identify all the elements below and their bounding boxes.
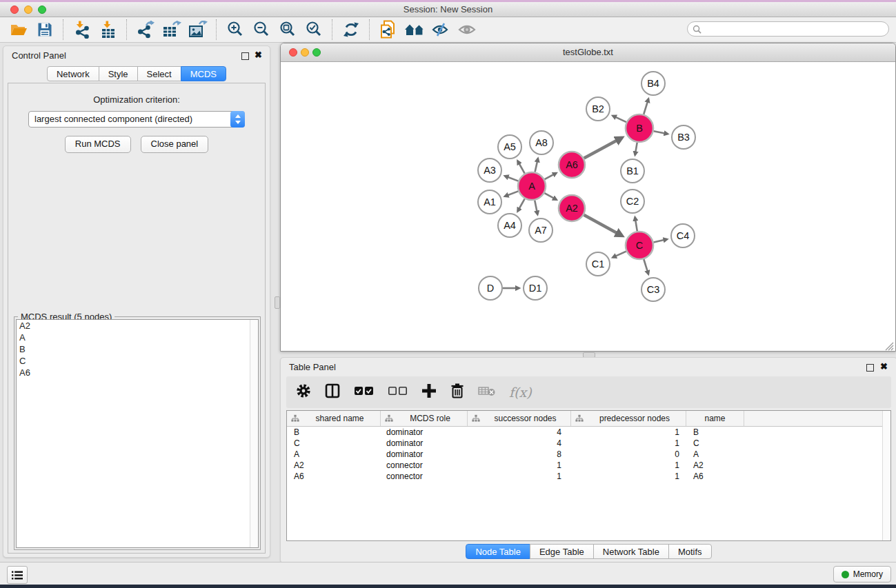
node-table[interactable]: shared nameMCDS rolesuccessor nodesprede… — [286, 410, 891, 541]
graph-edge-A-A1[interactable] — [505, 191, 518, 196]
plus-icon — [421, 383, 437, 398]
export-image-button[interactable] — [185, 19, 211, 41]
mcds-result-list[interactable]: A2ABCA6 — [16, 319, 259, 548]
table-cell: dominator — [381, 438, 468, 449]
deselect-all-rows-button[interactable] — [388, 385, 408, 399]
home-button[interactable] — [401, 19, 428, 41]
column-header-successor-nodes[interactable]: successor nodes — [468, 411, 571, 426]
graph-edge-B-B2[interactable] — [613, 116, 626, 122]
tab-select[interactable]: Select — [137, 66, 181, 81]
graph-edge-B-B3[interactable] — [654, 131, 668, 134]
graph-edge-B-B1[interactable] — [635, 143, 637, 155]
zoom-selected-button[interactable] — [301, 19, 327, 41]
table-row[interactable]: A2connector11A2 — [287, 460, 890, 471]
graph-edge-A-A2[interactable] — [544, 193, 556, 200]
result-item[interactable]: A6 — [17, 367, 258, 378]
close-panel-icon[interactable]: ✖ — [880, 361, 888, 372]
hide-selected-button[interactable] — [428, 19, 454, 41]
export-table-button[interactable] — [159, 19, 185, 41]
tab-mcds[interactable]: MCDS — [181, 66, 226, 81]
result-item[interactable]: B — [17, 343, 258, 355]
graph-edge-A-A8[interactable] — [535, 159, 538, 172]
task-history-button[interactable] — [7, 566, 28, 584]
column-header-predecessor-nodes[interactable]: predecessor nodes — [571, 411, 686, 426]
tab-network[interactable]: Network — [47, 66, 99, 81]
search-input[interactable] — [704, 23, 888, 34]
import-table-icon — [99, 21, 117, 39]
delete-column-button[interactable] — [450, 383, 465, 402]
column-header-name[interactable]: name — [686, 411, 744, 426]
close-panel-button[interactable]: Close panel — [141, 136, 209, 153]
split-columns-icon — [324, 383, 341, 399]
sitemap-icon — [575, 414, 584, 423]
network-window-title: testGlobe.txt — [281, 47, 895, 57]
result-item[interactable]: A — [17, 332, 258, 343]
select-all-rows-button[interactable] — [354, 385, 375, 399]
delete-table-button[interactable] — [478, 385, 496, 400]
panel-divider-gripper[interactable] — [275, 296, 280, 309]
export-network-icon — [136, 21, 155, 39]
close-panel-icon[interactable]: ✖ — [255, 50, 262, 61]
function-builder-button[interactable]: f(x) — [509, 385, 532, 400]
table-cell: 1 — [571, 427, 686, 438]
graph-edge-A2-C[interactable] — [584, 215, 622, 236]
graph-edge-A6-B[interactable] — [584, 138, 622, 159]
memory-button[interactable]: Memory — [833, 566, 891, 582]
split-table-button[interactable] — [324, 383, 341, 402]
clone-network-icon — [379, 20, 397, 39]
table-cell: A2 — [287, 460, 381, 471]
checked-boxes-icon — [354, 385, 375, 396]
import-network-button[interactable] — [69, 19, 95, 41]
open-session-button[interactable] — [6, 19, 32, 41]
tab-edge-table[interactable]: Edge Table — [530, 544, 594, 559]
graph-edge-A-A4[interactable] — [518, 199, 525, 211]
network-graph: B4B2BB3B1A5A8A6A3AA1A2A4A7C2CC4C1C3DD1 — [281, 62, 895, 352]
scrollbar[interactable] — [882, 411, 890, 540]
graph-edge-C-C3[interactable] — [644, 259, 648, 274]
resize-grip-icon[interactable] — [884, 341, 894, 351]
open-folder-icon — [10, 21, 28, 38]
export-network-button[interactable] — [132, 19, 159, 41]
table-row[interactable]: A6connector11A6 — [287, 471, 890, 482]
result-item[interactable]: C — [17, 355, 258, 367]
zoom-in-button[interactable] — [222, 19, 248, 41]
float-panel-icon[interactable] — [866, 364, 874, 372]
export-image-icon — [188, 21, 208, 39]
result-item[interactable]: A2 — [17, 320, 258, 332]
table-settings-button[interactable] — [296, 383, 311, 401]
mcds-result-group: MCDS result (5 nodes) A2ABCA6 — [14, 316, 261, 550]
graph-edge-C-C4[interactable] — [654, 239, 668, 242]
tab-node-table[interactable]: Node Table — [466, 544, 530, 559]
graph-edge-C-C1[interactable] — [613, 252, 626, 258]
search-box[interactable] — [687, 21, 889, 37]
zoom-out-button[interactable] — [248, 19, 275, 41]
add-column-button[interactable] — [421, 383, 437, 401]
graph-edge-A-A3[interactable] — [505, 176, 518, 181]
apply-layout-button[interactable] — [338, 19, 364, 41]
table-cell: A6 — [686, 471, 744, 482]
network-canvas[interactable]: B4B2BB3B1A5A8A6A3AA1A2A4A7C2CC4C1C3DD1 — [281, 62, 895, 352]
clone-network-button[interactable] — [375, 19, 401, 41]
save-session-button[interactable] — [32, 19, 58, 41]
zoom-fit-button[interactable] — [275, 19, 301, 41]
float-panel-icon[interactable] — [241, 52, 249, 60]
eye-icon — [457, 21, 477, 38]
show-all-button[interactable] — [454, 19, 480, 41]
scrollbar[interactable] — [250, 320, 258, 547]
table-row[interactable]: Cdominator41C — [287, 438, 890, 449]
graph-edge-A-A7[interactable] — [535, 201, 537, 214]
run-mcds-button[interactable]: Run MCDS — [65, 136, 131, 153]
column-header-shared-name[interactable]: shared name — [287, 411, 381, 426]
criterion-select[interactable]: largest connected component (directed) — [28, 111, 245, 128]
tab-motifs[interactable]: Motifs — [668, 544, 712, 559]
graph-edge-A-A5[interactable] — [518, 161, 525, 174]
tab-network-table[interactable]: Network Table — [593, 544, 669, 559]
graph-edge-B-B4[interactable] — [644, 99, 648, 114]
graph-edge-C-C2[interactable] — [635, 217, 637, 231]
graph-edge-A-A6[interactable] — [545, 173, 557, 179]
tab-style[interactable]: Style — [99, 66, 138, 81]
table-row[interactable]: Bdominator41B — [287, 427, 890, 438]
import-table-button[interactable] — [95, 19, 121, 41]
column-header-MCDS-role[interactable]: MCDS role — [381, 411, 468, 426]
table-row[interactable]: Adominator80A — [287, 449, 890, 460]
